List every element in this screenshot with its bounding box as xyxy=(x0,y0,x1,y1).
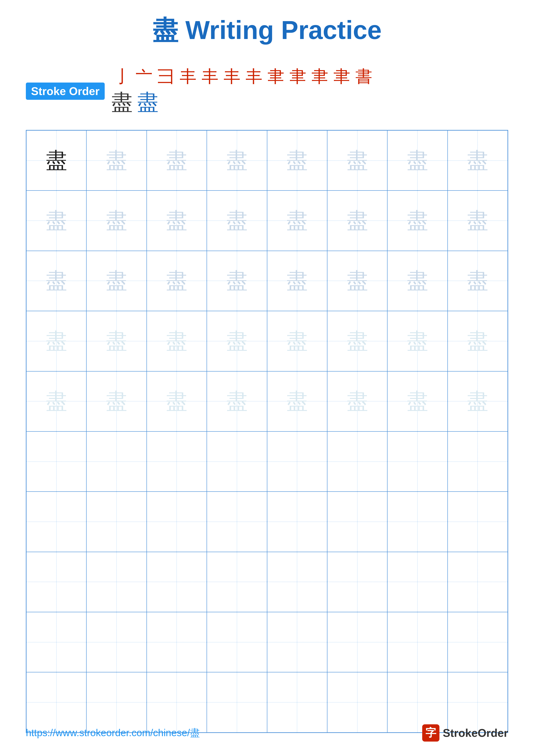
grid-cell-r1c5[interactable]: 盡 xyxy=(267,130,327,191)
grid-cell-r3c4[interactable]: 盡 xyxy=(207,251,267,311)
stroke-order-section: Stroke Order 亅 亠 彐 丰 丰 丰 丰 聿 聿 聿 聿 書 盡 盡 xyxy=(26,65,508,117)
grid-cell-r2c2[interactable]: 盡 xyxy=(87,191,146,251)
grid-cell-r9c1[interactable] xyxy=(26,612,87,672)
grid-cell-r8c4[interactable] xyxy=(207,552,267,612)
grid-cell-r6c2[interactable] xyxy=(87,431,146,492)
grid-cell-r6c5[interactable] xyxy=(267,431,327,492)
char-light-r3c3: 盡 xyxy=(166,270,188,292)
grid-cell-r7c8[interactable] xyxy=(447,492,508,552)
grid-cell-r5c8[interactable]: 盡 xyxy=(447,371,508,431)
grid-cell-r10c8[interactable] xyxy=(447,672,508,732)
grid-cell-r4c7[interactable]: 盡 xyxy=(387,311,447,371)
stroke-3: 彐 xyxy=(158,65,174,88)
grid-cell-r10c3[interactable] xyxy=(147,672,207,732)
grid-cell-r4c2[interactable]: 盡 xyxy=(87,311,146,371)
grid-cell-r2c8[interactable]: 盡 xyxy=(447,191,508,251)
grid-cell-r3c6[interactable]: 盡 xyxy=(327,251,387,311)
grid-cell-r3c7[interactable]: 盡 xyxy=(387,251,447,311)
grid-cell-r1c3[interactable]: 盡 xyxy=(147,130,207,191)
grid-cell-r5c4[interactable]: 盡 xyxy=(207,371,267,431)
grid-cell-r10c1[interactable] xyxy=(26,672,87,732)
brand-char: 字 xyxy=(425,726,436,740)
grid-cell-r1c1[interactable]: 盡 xyxy=(26,130,87,191)
grid-cell-r7c6[interactable] xyxy=(327,492,387,552)
grid-cell-r1c4[interactable]: 盡 xyxy=(207,130,267,191)
grid-cell-r3c3[interactable]: 盡 xyxy=(147,251,207,311)
grid-cell-r9c6[interactable] xyxy=(327,612,387,672)
grid-cell-r5c1[interactable]: 盡 xyxy=(26,371,87,431)
footer-url[interactable]: https://www.strokeorder.com/chinese/盡 xyxy=(26,726,200,740)
grid-cell-r7c7[interactable] xyxy=(387,492,447,552)
grid-cell-r8c2[interactable] xyxy=(87,552,146,612)
grid-cell-r8c8[interactable] xyxy=(447,552,508,612)
grid-cell-r5c3[interactable]: 盡 xyxy=(147,371,207,431)
grid-cell-r8c3[interactable] xyxy=(147,552,207,612)
grid-cell-r8c6[interactable] xyxy=(327,552,387,612)
grid-cell-r3c8[interactable]: 盡 xyxy=(447,251,508,311)
grid-cell-r8c7[interactable] xyxy=(387,552,447,612)
grid-cell-r4c5[interactable]: 盡 xyxy=(267,311,327,371)
grid-cell-r1c6[interactable]: 盡 xyxy=(327,130,387,191)
char-light-r3c1: 盡 xyxy=(46,270,67,292)
grid-cell-r7c3[interactable] xyxy=(147,492,207,552)
grid-cell-r7c5[interactable] xyxy=(267,492,327,552)
grid-cell-r3c5[interactable]: 盡 xyxy=(267,251,327,311)
grid-cell-r2c4[interactable]: 盡 xyxy=(207,191,267,251)
stroke-1: 亅 xyxy=(114,65,131,88)
grid-cell-r10c4[interactable] xyxy=(207,672,267,732)
grid-cell-r8c5[interactable] xyxy=(267,552,327,612)
grid-cell-r3c1[interactable]: 盡 xyxy=(26,251,87,311)
grid-cell-r10c6[interactable] xyxy=(327,672,387,732)
grid-cell-r6c3[interactable] xyxy=(147,431,207,492)
char-light-r2c7: 盡 xyxy=(407,210,428,231)
char-light-r2c5: 盡 xyxy=(286,210,308,231)
grid-cell-r3c2[interactable]: 盡 xyxy=(87,251,146,311)
grid-cell-r2c7[interactable]: 盡 xyxy=(387,191,447,251)
grid-cell-r6c7[interactable] xyxy=(387,431,447,492)
stroke-2: 亠 xyxy=(136,65,153,88)
grid-cell-r2c1[interactable]: 盡 xyxy=(26,191,87,251)
char-light-r2c4: 盡 xyxy=(226,210,248,231)
char-light-r1c7: 盡 xyxy=(407,150,428,171)
grid-cell-r9c3[interactable] xyxy=(147,612,207,672)
grid-cell-r5c6[interactable]: 盡 xyxy=(327,371,387,431)
grid-cell-r6c1[interactable] xyxy=(26,431,87,492)
grid-cell-r9c4[interactable] xyxy=(207,612,267,672)
grid-cell-r4c3[interactable]: 盡 xyxy=(147,311,207,371)
grid-cell-r4c8[interactable]: 盡 xyxy=(447,311,508,371)
grid-cell-r9c7[interactable] xyxy=(387,612,447,672)
grid-cell-r5c5[interactable]: 盡 xyxy=(267,371,327,431)
practice-grid: 盡 盡 盡 盡 盡 盡 盡 盡 盡 盡 盡 盡 盡 盡 盡 盡 xyxy=(26,130,508,733)
grid-cell-r6c6[interactable] xyxy=(327,431,387,492)
grid-cell-r7c2[interactable] xyxy=(87,492,146,552)
grid-cell-r4c1[interactable]: 盡 xyxy=(26,311,87,371)
grid-cell-r1c2[interactable]: 盡 xyxy=(87,130,146,191)
grid-cell-r1c8[interactable]: 盡 xyxy=(447,130,508,191)
char-lighter-r5c7: 盡 xyxy=(407,391,428,412)
grid-cell-r4c4[interactable]: 盡 xyxy=(207,311,267,371)
grid-cell-r10c2[interactable] xyxy=(87,672,146,732)
grid-cell-r2c5[interactable]: 盡 xyxy=(267,191,327,251)
grid-cell-r9c2[interactable] xyxy=(87,612,146,672)
stroke-8: 聿 xyxy=(267,65,284,88)
grid-cell-r2c6[interactable]: 盡 xyxy=(327,191,387,251)
grid-cell-r9c8[interactable] xyxy=(447,612,508,672)
grid-cell-r4c6[interactable]: 盡 xyxy=(327,311,387,371)
char-light-r3c7: 盡 xyxy=(407,270,428,292)
grid-cell-r2c3[interactable]: 盡 xyxy=(147,191,207,251)
grid-cell-r10c7[interactable] xyxy=(387,672,447,732)
grid-cell-r9c5[interactable] xyxy=(267,612,327,672)
char-lighter-r5c5: 盡 xyxy=(286,391,308,412)
char-dark-1: 盡 xyxy=(46,150,67,171)
grid-cell-r8c1[interactable] xyxy=(26,552,87,612)
grid-cell-r5c2[interactable]: 盡 xyxy=(87,371,146,431)
grid-cell-r7c4[interactable] xyxy=(207,492,267,552)
grid-cell-r6c8[interactable] xyxy=(447,431,508,492)
grid-cell-r10c5[interactable] xyxy=(267,672,327,732)
stroke-order-row2: 盡 盡 xyxy=(111,88,375,117)
stroke-13: 盡 xyxy=(111,88,133,117)
grid-cell-r7c1[interactable] xyxy=(26,492,87,552)
grid-cell-r6c4[interactable] xyxy=(207,431,267,492)
grid-cell-r1c7[interactable]: 盡 xyxy=(387,130,447,191)
grid-cell-r5c7[interactable]: 盡 xyxy=(387,371,447,431)
